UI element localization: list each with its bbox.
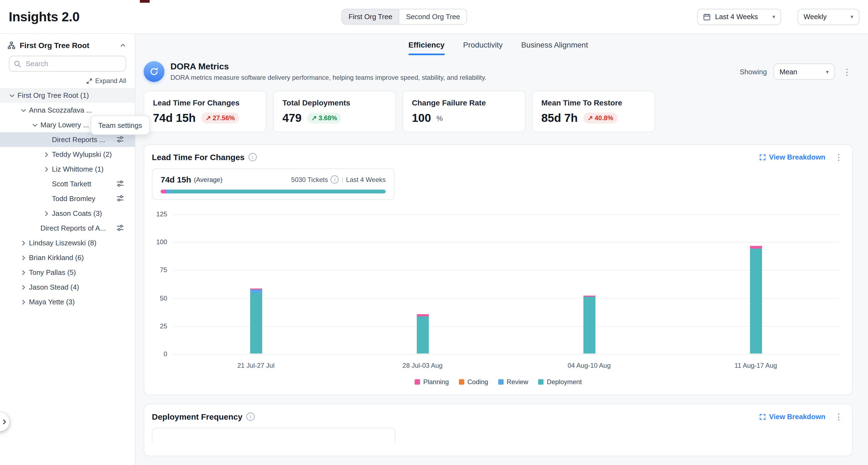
chart-legend: PlanningCodingReviewDeployment [152, 378, 844, 386]
metric-card-title: Lead Time For Changes [153, 98, 257, 107]
legend-item-deployment: Deployment [538, 378, 582, 386]
chevron-right-icon[interactable] [18, 238, 29, 248]
team-settings-icon[interactable] [116, 135, 124, 145]
team-settings-icon[interactable] [116, 224, 124, 233]
section-subtitle: DORA metrics measure software delivery p… [170, 74, 487, 82]
tree-row[interactable]: Todd Bromley [0, 191, 135, 206]
aggregation-select[interactable]: Mean ▾ [774, 63, 835, 80]
x-axis-label: 28 Jul-03 Aug [403, 362, 443, 369]
tree-row[interactable]: Teddy Wylupski (2) [0, 147, 135, 162]
team-settings-icon[interactable] [116, 180, 124, 189]
legend-label: Coding [467, 378, 488, 386]
date-range-select[interactable]: Last 4 Weeks ▾ [697, 8, 781, 25]
tree-indent-spacer [41, 193, 52, 204]
phase-segment-review [166, 190, 170, 193]
bar-segment-deployment [250, 293, 262, 353]
chevron-right-icon[interactable] [18, 252, 29, 263]
chevron-right-icon[interactable] [41, 208, 52, 219]
org-tree-sidebar: First Org Tree Root [0, 34, 135, 465]
tree-row[interactable]: Liz Whittome (1) [0, 162, 135, 177]
gridline [173, 270, 839, 271]
granularity-value: Weekly [804, 12, 827, 21]
legend-swatch [414, 379, 420, 385]
expand-all-label: Expand All [95, 77, 126, 85]
metric-card: Mean Time To Restore85d 7h↗40.8% [532, 91, 655, 132]
tree-row-label: Direct Reports ... [52, 135, 107, 144]
bar-segment-deployment [750, 248, 762, 353]
tab-productivity[interactable]: Productivity [463, 40, 503, 55]
tree-row-label: Teddy Wylupski (2) [52, 150, 114, 158]
tree-row-label: Jason Coats (3) [52, 209, 104, 217]
chevron-right-icon[interactable] [18, 297, 29, 307]
kebab-menu-icon[interactable]: ⋮ [841, 67, 853, 76]
toggle-second-org-tree[interactable]: Second Org Tree [399, 9, 466, 24]
tree-indent-spacer [41, 134, 52, 145]
legend-label: Planning [423, 378, 449, 386]
header-controls: Last 4 Weeks ▾ Weekly ▾ [697, 8, 859, 25]
chevron-right-icon[interactable] [18, 282, 29, 292]
chevron-right-icon[interactable] [41, 164, 52, 175]
search-input[interactable] [9, 56, 126, 71]
page-title: Insights 2.0 [9, 9, 80, 24]
tree-row[interactable]: Lindsay Liszewski (8) [0, 236, 135, 250]
legend-swatch [498, 379, 503, 385]
metric-card-value: 74d 15h [153, 112, 195, 125]
tree-row[interactable]: Tony Pallas (5) [0, 265, 135, 280]
bar-segment-deployment [416, 317, 429, 353]
sidebar-collapse-button[interactable] [119, 41, 127, 50]
summary-period: Last 4 Weeks [346, 176, 386, 183]
tree-row[interactable]: Direct Reports of A... [0, 221, 135, 236]
tree-row-label: Anna Scozzafava ... [29, 106, 94, 114]
summary-qualifier: (Average) [194, 176, 223, 183]
tree-row[interactable]: First Org Tree Root (1) [0, 88, 135, 103]
chevron-right-icon [1, 418, 8, 425]
tree-row-label: Scott Tarkett [52, 180, 93, 188]
tree-row[interactable]: Maya Yette (3) [0, 294, 135, 309]
toggle-first-org-tree[interactable]: First Org Tree [342, 9, 399, 24]
tickets-count: 5030 Tickets [291, 176, 328, 183]
deployment-summary-partial [152, 428, 396, 443]
chevron-right-icon[interactable] [41, 149, 52, 160]
info-icon[interactable]: i [331, 176, 339, 184]
tab-efficiency[interactable]: Efficiency [408, 40, 444, 55]
kebab-menu-icon[interactable]: ⋮ [833, 412, 844, 421]
legend-swatch [459, 379, 464, 385]
deployment-frequency-card: Deployment Frequency i View Breakdown ⋮ [144, 404, 853, 456]
tree-row[interactable]: Jason Stead (4) [0, 280, 135, 294]
team-settings-icon[interactable] [116, 194, 124, 204]
sidebar-title: First Org Tree Root [20, 41, 114, 50]
tree-row[interactable]: Jason Coats (3) [0, 206, 135, 221]
search-icon [14, 60, 21, 70]
info-icon[interactable]: i [246, 412, 254, 421]
tree-row[interactable]: Scott Tarkett [0, 177, 135, 191]
tree-indent-spacer [30, 223, 40, 234]
tooltip-label: Team settings [98, 121, 142, 129]
tree-row[interactable]: Brian Kirkland (6) [0, 250, 135, 265]
delta-badge: ↗3.68% [307, 113, 341, 123]
kebab-menu-icon[interactable]: ⋮ [833, 153, 844, 161]
tree-row-label: First Org Tree Root (1) [18, 91, 91, 99]
chevron-down-icon[interactable] [6, 90, 18, 101]
gridline [173, 354, 839, 354]
separator: | [342, 176, 343, 183]
y-axis-tick-label: 0 [152, 350, 167, 358]
metric-card: Lead Time For Changes74d 15h↗27.56% [144, 91, 267, 132]
chevron-down-icon[interactable] [30, 119, 40, 130]
metric-cards-row: Lead Time For Changes74d 15h↗27.56%Total… [144, 91, 853, 132]
legend-label: Deployment [547, 378, 582, 386]
stacked-bar [250, 288, 262, 353]
info-icon[interactable]: i [249, 153, 257, 161]
granularity-select[interactable]: Weekly ▾ [798, 8, 859, 25]
y-axis-tick-label: 25 [152, 322, 167, 330]
view-breakdown-button[interactable]: View Breakdown [759, 412, 826, 421]
org-tree-toggle: First Org Tree Second Org Tree [341, 9, 467, 25]
chevron-right-icon[interactable] [18, 267, 29, 278]
metric-card: Change Failure Rate100% [403, 91, 526, 132]
expand-all-button[interactable]: Expand All [9, 77, 126, 85]
view-breakdown-button[interactable]: View Breakdown [759, 153, 826, 161]
chevron-down-icon: ▾ [826, 69, 829, 74]
bar-segment-deployment [583, 297, 595, 353]
chevron-down-icon[interactable] [18, 105, 29, 116]
chevron-down-icon: ▾ [850, 14, 853, 20]
tab-business-alignment[interactable]: Business Alignment [521, 40, 588, 55]
